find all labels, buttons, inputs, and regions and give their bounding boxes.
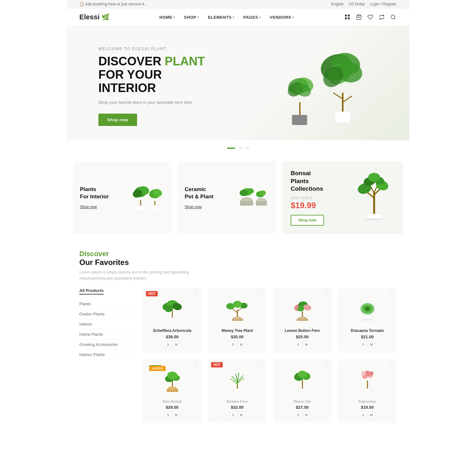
product-card-schefflera: HOT ♡ Schefflera Arboricola $38. <box>143 288 202 353</box>
wishlist-btn-5[interactable]: ♡ <box>194 362 198 368</box>
currency-selector[interactable]: US Dollar <box>349 2 365 6</box>
feature-card-plants-link[interactable]: Shop now <box>80 205 97 209</box>
svg-point-36 <box>260 190 266 195</box>
size-m-2[interactable]: M <box>238 341 245 348</box>
search-icon[interactable] <box>390 14 397 21</box>
wishlist-btn-6[interactable]: ♡ <box>259 362 263 368</box>
product-card-money-tree: ♡ Money <box>208 288 267 353</box>
size-m-3[interactable]: M <box>303 341 310 348</box>
bonsai-plant-svg <box>354 169 395 220</box>
cart-icon[interactable] <box>355 14 362 21</box>
svg-point-72 <box>366 307 369 310</box>
nav-pages[interactable]: PAGES ▾ <box>243 15 261 20</box>
sidebar-item-growing[interactable]: Growing Accessories <box>79 340 133 350</box>
wishlist-btn-7[interactable]: ♡ <box>324 362 328 368</box>
wishlist-btn-2[interactable]: ♡ <box>259 291 263 297</box>
svg-rect-2 <box>345 17 347 19</box>
sidebar-item-interior[interactable]: Interior <box>79 319 133 329</box>
nav-home[interactable]: HOME ▾ <box>159 15 175 20</box>
sidebar-tab-all[interactable]: All Products <box>79 288 104 294</box>
sidebar-item-interior-plants[interactable]: Interior Plants <box>79 350 133 360</box>
hero-cta-button[interactable]: Shop now <box>98 114 137 126</box>
size-m-4[interactable]: M <box>368 341 375 348</box>
svg-rect-30 <box>150 205 159 209</box>
hero-dot-active[interactable] <box>227 148 235 149</box>
size-s-7[interactable]: S <box>295 412 302 419</box>
wishlist-btn-1[interactable]: ♡ <box>194 291 198 297</box>
hero-welcome: WELCOME TO ELESSI PLANT <box>98 47 219 51</box>
wishlist-btn-3[interactable]: ♡ <box>324 291 328 297</box>
product-name-6: Boston Fern <box>212 400 263 403</box>
product-card-6: HOT ♡ <box>208 359 267 423</box>
feature-card-ceramic-title: CeramicPot & Plant <box>185 186 214 200</box>
product-image-5 <box>147 367 198 396</box>
sidebar-item-outdoor[interactable]: Outdor Plants <box>79 309 133 319</box>
wishlist-icon[interactable] <box>367 14 374 21</box>
product-name-2: Money Tree Plant <box>212 328 263 333</box>
bonsai-title: BonsaiPlantsCollections <box>291 169 324 193</box>
product-price-7: $27.00 <box>277 405 328 410</box>
wishlist-btn-8[interactable]: ♡ <box>389 362 393 368</box>
svg-rect-48 <box>367 214 381 219</box>
grid-icon[interactable] <box>344 14 351 21</box>
main-nav: HOME ▾ SHOP ▾ ELEMENTS ▾ PAGES ▾ VENDORS… <box>159 15 294 20</box>
plants-interior-svg <box>129 181 164 209</box>
wishlist-btn-4[interactable]: ♡ <box>389 291 393 297</box>
products-row-1: HOT ♡ Schefflera Arboricola $38. <box>143 288 397 353</box>
hero-dot-3[interactable] <box>246 148 249 149</box>
product-image-6 <box>212 367 263 396</box>
products-grid: HOT ♡ Schefflera Arboricola $38. <box>143 288 397 429</box>
badge-hot-6: HOT <box>211 362 223 367</box>
feature-card-ceramic-text: CeramicPot & Plant Shop now <box>185 186 214 209</box>
nav-elements[interactable]: ELEMENTS ▾ <box>208 15 234 20</box>
header: Elessi🌿 HOME ▾ SHOP ▾ ELEMENTS ▾ PAGES ▾… <box>67 9 409 26</box>
size-s-4[interactable]: S <box>360 341 367 348</box>
size-s-2[interactable]: S <box>230 341 237 348</box>
product-price-6: $32.00 <box>212 405 263 410</box>
svg-line-13 <box>333 93 343 99</box>
size-s-1[interactable]: S <box>165 341 172 348</box>
product-price-2: $35.00 <box>212 334 263 339</box>
discover-title: Discover Our Favorites <box>79 250 397 267</box>
size-m-7[interactable]: M <box>303 412 310 419</box>
hero-title-green: PLANT <box>165 55 205 68</box>
svg-rect-1 <box>348 15 350 17</box>
product-sizes-7: S M <box>277 412 328 419</box>
size-m-1[interactable]: M <box>173 341 180 348</box>
sidebar-item-plants[interactable]: Plants <box>79 299 133 309</box>
compare-icon[interactable] <box>378 14 385 21</box>
product-price-4: $21.00 <box>342 334 393 339</box>
svg-rect-49 <box>366 218 383 220</box>
product-card-dracaena: ♡ Dracaena Tornado <box>338 288 397 353</box>
size-m-5[interactable]: M <box>173 412 180 419</box>
size-s-5[interactable]: S <box>165 412 172 419</box>
nav-vendors[interactable]: VENDORS ▾ <box>270 15 294 20</box>
nav-vendors-arrow: ▾ <box>292 16 294 19</box>
login-register-link[interactable]: Login / Register <box>370 2 397 6</box>
svg-point-68 <box>298 317 307 320</box>
product-image-4 <box>342 295 393 325</box>
bonsai-cta-button[interactable]: Shop now <box>291 215 324 226</box>
size-m-8[interactable]: M <box>368 412 375 419</box>
svg-point-97 <box>361 371 366 376</box>
nav-elements-arrow: ▾ <box>233 16 235 19</box>
size-s-3[interactable]: S <box>295 341 302 348</box>
nav-shop[interactable]: SHOP ▾ <box>184 15 199 20</box>
size-s-8[interactable]: S <box>360 412 367 419</box>
logo-icon: 🌿 <box>102 13 109 21</box>
product-card-lemon-fern: ♡ Lemon Button Fern <box>273 288 332 353</box>
size-m-6[interactable]: M <box>238 412 245 419</box>
hero-dot-2[interactable] <box>239 148 242 149</box>
language-selector[interactable]: English <box>331 2 343 6</box>
size-s-6[interactable]: S <box>230 412 237 419</box>
product-image-7 <box>277 367 328 396</box>
product-name-3: Lemon Button Fern <box>277 328 328 333</box>
hero-title: DISCOVER PLANT FOR YOUR INTERIOR <box>98 55 219 95</box>
logo[interactable]: Elessi🌿 <box>79 13 109 21</box>
svg-rect-26 <box>136 205 145 209</box>
logo-text: Elessi <box>79 13 100 21</box>
ceramic-pot-svg <box>234 181 269 209</box>
discover-header-section: Discover Our Favorites Lorem Ipsum is si… <box>67 243 409 285</box>
feature-card-ceramic-link[interactable]: Shop now <box>185 205 202 209</box>
sidebar-item-home-plants[interactable]: Home Plants <box>79 329 133 340</box>
